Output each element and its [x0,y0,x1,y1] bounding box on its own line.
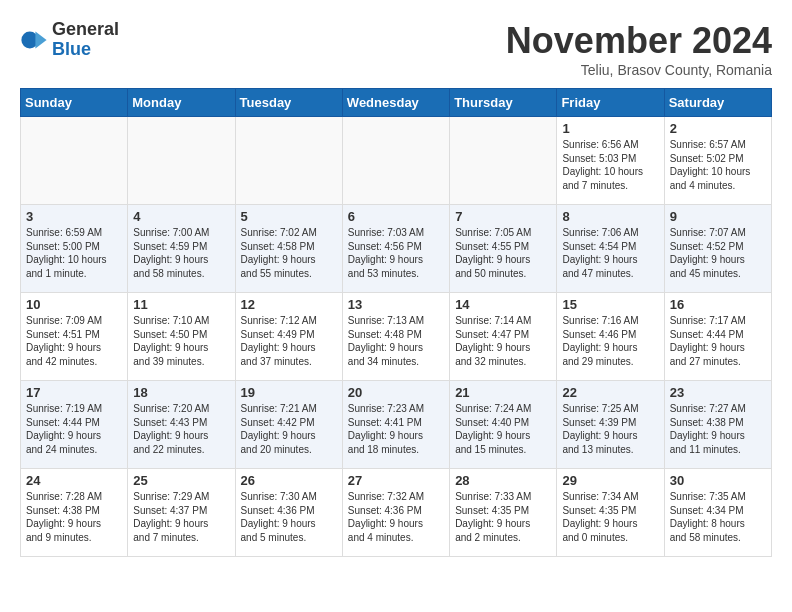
location-text: Teliu, Brasov County, Romania [506,62,772,78]
calendar-cell: 10Sunrise: 7:09 AM Sunset: 4:51 PM Dayli… [21,293,128,381]
day-info: Sunrise: 7:07 AM Sunset: 4:52 PM Dayligh… [670,226,766,280]
calendar-cell [21,117,128,205]
calendar-cell [128,117,235,205]
day-info: Sunrise: 7:25 AM Sunset: 4:39 PM Dayligh… [562,402,658,456]
page-header: General Blue November 2024 Teliu, Brasov… [20,20,772,78]
day-number: 24 [26,473,122,488]
calendar-cell: 12Sunrise: 7:12 AM Sunset: 4:49 PM Dayli… [235,293,342,381]
day-info: Sunrise: 7:29 AM Sunset: 4:37 PM Dayligh… [133,490,229,544]
calendar-cell: 3Sunrise: 6:59 AM Sunset: 5:00 PM Daylig… [21,205,128,293]
calendar-cell: 17Sunrise: 7:19 AM Sunset: 4:44 PM Dayli… [21,381,128,469]
day-number: 11 [133,297,229,312]
svg-marker-1 [35,31,46,48]
day-info: Sunrise: 6:59 AM Sunset: 5:00 PM Dayligh… [26,226,122,280]
day-number: 20 [348,385,444,400]
calendar-weekday-header: Saturday [664,89,771,117]
calendar-row: 1Sunrise: 6:56 AM Sunset: 5:03 PM Daylig… [21,117,772,205]
month-title: November 2024 [506,20,772,62]
day-number: 5 [241,209,337,224]
calendar-cell: 2Sunrise: 6:57 AM Sunset: 5:02 PM Daylig… [664,117,771,205]
day-number: 6 [348,209,444,224]
day-number: 29 [562,473,658,488]
day-number: 8 [562,209,658,224]
calendar-cell: 25Sunrise: 7:29 AM Sunset: 4:37 PM Dayli… [128,469,235,557]
day-number: 16 [670,297,766,312]
day-number: 4 [133,209,229,224]
calendar-cell: 13Sunrise: 7:13 AM Sunset: 4:48 PM Dayli… [342,293,449,381]
day-info: Sunrise: 7:20 AM Sunset: 4:43 PM Dayligh… [133,402,229,456]
calendar-weekday-header: Wednesday [342,89,449,117]
calendar-cell: 18Sunrise: 7:20 AM Sunset: 4:43 PM Dayli… [128,381,235,469]
logo-general-text: General [52,20,119,40]
day-number: 23 [670,385,766,400]
calendar-cell: 1Sunrise: 6:56 AM Sunset: 5:03 PM Daylig… [557,117,664,205]
calendar-cell: 26Sunrise: 7:30 AM Sunset: 4:36 PM Dayli… [235,469,342,557]
day-info: Sunrise: 7:17 AM Sunset: 4:44 PM Dayligh… [670,314,766,368]
calendar-row: 10Sunrise: 7:09 AM Sunset: 4:51 PM Dayli… [21,293,772,381]
day-number: 25 [133,473,229,488]
calendar-cell: 19Sunrise: 7:21 AM Sunset: 4:42 PM Dayli… [235,381,342,469]
calendar-cell: 24Sunrise: 7:28 AM Sunset: 4:38 PM Dayli… [21,469,128,557]
calendar-weekday-header: Monday [128,89,235,117]
day-info: Sunrise: 7:34 AM Sunset: 4:35 PM Dayligh… [562,490,658,544]
day-number: 2 [670,121,766,136]
day-number: 28 [455,473,551,488]
calendar-cell: 11Sunrise: 7:10 AM Sunset: 4:50 PM Dayli… [128,293,235,381]
calendar-cell: 15Sunrise: 7:16 AM Sunset: 4:46 PM Dayli… [557,293,664,381]
calendar-weekday-header: Sunday [21,89,128,117]
day-info: Sunrise: 7:05 AM Sunset: 4:55 PM Dayligh… [455,226,551,280]
day-number: 10 [26,297,122,312]
day-info: Sunrise: 7:23 AM Sunset: 4:41 PM Dayligh… [348,402,444,456]
calendar-cell: 28Sunrise: 7:33 AM Sunset: 4:35 PM Dayli… [450,469,557,557]
logo: General Blue [20,20,119,60]
day-number: 17 [26,385,122,400]
calendar-cell: 30Sunrise: 7:35 AM Sunset: 4:34 PM Dayli… [664,469,771,557]
day-info: Sunrise: 7:19 AM Sunset: 4:44 PM Dayligh… [26,402,122,456]
day-info: Sunrise: 7:30 AM Sunset: 4:36 PM Dayligh… [241,490,337,544]
day-info: Sunrise: 6:56 AM Sunset: 5:03 PM Dayligh… [562,138,658,192]
calendar-cell: 4Sunrise: 7:00 AM Sunset: 4:59 PM Daylig… [128,205,235,293]
calendar-weekday-header: Thursday [450,89,557,117]
day-number: 12 [241,297,337,312]
calendar-row: 24Sunrise: 7:28 AM Sunset: 4:38 PM Dayli… [21,469,772,557]
day-info: Sunrise: 7:00 AM Sunset: 4:59 PM Dayligh… [133,226,229,280]
calendar-cell: 7Sunrise: 7:05 AM Sunset: 4:55 PM Daylig… [450,205,557,293]
calendar-cell [342,117,449,205]
day-info: Sunrise: 7:21 AM Sunset: 4:42 PM Dayligh… [241,402,337,456]
calendar-cell [450,117,557,205]
day-number: 1 [562,121,658,136]
calendar-cell: 14Sunrise: 7:14 AM Sunset: 4:47 PM Dayli… [450,293,557,381]
logo-text: General Blue [52,20,119,60]
day-number: 30 [670,473,766,488]
day-info: Sunrise: 6:57 AM Sunset: 5:02 PM Dayligh… [670,138,766,192]
calendar-cell: 29Sunrise: 7:34 AM Sunset: 4:35 PM Dayli… [557,469,664,557]
day-number: 14 [455,297,551,312]
logo-icon [20,26,48,54]
calendar-cell: 27Sunrise: 7:32 AM Sunset: 4:36 PM Dayli… [342,469,449,557]
day-number: 13 [348,297,444,312]
day-info: Sunrise: 7:06 AM Sunset: 4:54 PM Dayligh… [562,226,658,280]
calendar-cell [235,117,342,205]
day-number: 26 [241,473,337,488]
day-number: 3 [26,209,122,224]
calendar-cell: 22Sunrise: 7:25 AM Sunset: 4:39 PM Dayli… [557,381,664,469]
day-info: Sunrise: 7:16 AM Sunset: 4:46 PM Dayligh… [562,314,658,368]
calendar-weekday-header: Friday [557,89,664,117]
day-info: Sunrise: 7:27 AM Sunset: 4:38 PM Dayligh… [670,402,766,456]
calendar-header-row: SundayMondayTuesdayWednesdayThursdayFrid… [21,89,772,117]
day-number: 22 [562,385,658,400]
calendar-cell: 23Sunrise: 7:27 AM Sunset: 4:38 PM Dayli… [664,381,771,469]
day-info: Sunrise: 7:24 AM Sunset: 4:40 PM Dayligh… [455,402,551,456]
calendar-row: 3Sunrise: 6:59 AM Sunset: 5:00 PM Daylig… [21,205,772,293]
calendar-weekday-header: Tuesday [235,89,342,117]
day-info: Sunrise: 7:35 AM Sunset: 4:34 PM Dayligh… [670,490,766,544]
day-number: 27 [348,473,444,488]
day-info: Sunrise: 7:03 AM Sunset: 4:56 PM Dayligh… [348,226,444,280]
day-info: Sunrise: 7:13 AM Sunset: 4:48 PM Dayligh… [348,314,444,368]
day-number: 21 [455,385,551,400]
calendar-cell: 16Sunrise: 7:17 AM Sunset: 4:44 PM Dayli… [664,293,771,381]
logo-blue-text: Blue [52,40,119,60]
calendar-cell: 9Sunrise: 7:07 AM Sunset: 4:52 PM Daylig… [664,205,771,293]
day-info: Sunrise: 7:33 AM Sunset: 4:35 PM Dayligh… [455,490,551,544]
day-number: 18 [133,385,229,400]
